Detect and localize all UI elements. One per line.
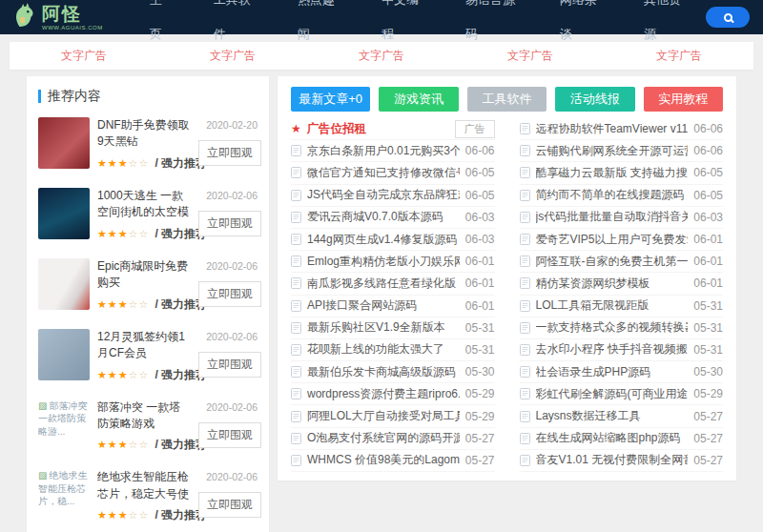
article-title[interactable]: 微信官方通知已支持修改微信号 — [307, 165, 460, 181]
article-row[interactable]: 去水印小程序 快手抖音视频搬运工上热门... 05-31 — [520, 339, 724, 361]
article-title[interactable]: 社会语录生成PHP源码 — [536, 364, 689, 380]
article-row[interactable]: 最新伯乐发卡商城高级版源码 无后门 05-30 — [291, 361, 495, 383]
article-row[interactable]: 精仿某资源网织梦模板 06-01 — [520, 273, 724, 295]
article-row[interactable]: 阿狸LOL大厅自动接受对局工具 05-29 — [291, 405, 495, 427]
article-title[interactable]: 爱讯云商城V0.7.0版本源码 — [307, 209, 460, 225]
nav-menu-item[interactable]: 工具软件 — [192, 0, 276, 51]
article-row[interactable]: API接口聚合网站源码 06-01 — [291, 296, 495, 317]
article-title[interactable]: 音友V1.01 无视付费限制全网音乐无损免费... — [536, 452, 689, 468]
article-row[interactable]: 京东白条新用户0.01元购买3个月爱奇艺黄... 06-06 — [291, 140, 495, 162]
recommended-item[interactable]: 12月灵狐签约领1月CF会员 ★★★☆☆ / 强力推荐 2020-02-06 立… — [38, 320, 258, 391]
article-title[interactable]: 144g网页生成v1.4修复版源码 — [307, 232, 460, 248]
ad-slot-row[interactable]: ★ 广告位招租 广告 — [291, 118, 495, 140]
article-title[interactable]: 阿怪互联-自家的免费主机第一批正式开启 — [536, 254, 689, 270]
article-title[interactable]: 阿狸LOL大厅自动接受对局工具 — [307, 408, 460, 424]
recommended-item[interactable]: DNF助手免费领取9天黑钻 ★★★☆☆ / 强力推荐 2020-02-20 立即… — [38, 109, 258, 179]
text-ad-link[interactable]: 文字广告 — [210, 48, 256, 64]
article-row[interactable]: 阿怪互联-自家的免费主机第一批正式开启 06-01 — [520, 251, 724, 273]
article-row[interactable]: wordpress资源付费主题ripro6.7含美化包... 05-29 — [291, 383, 495, 405]
article-row[interactable]: 一款支持格式众多的视频转换器 05-31 — [520, 317, 724, 339]
article-row[interactable]: 微信官方通知已支持修改微信号 06-05 — [291, 162, 495, 184]
article-row[interactable]: WHMCS 价值98美元的Lagom模板开源 05-27 — [291, 450, 495, 472]
search-button[interactable] — [706, 7, 750, 28]
nav-menu-item[interactable]: 网络杂谈 — [538, 0, 622, 51]
article-row[interactable]: JS代码全自动完成京东品牌狂欢城活动任务 06-05 — [291, 185, 495, 207]
nav-menu-item[interactable]: 热点趣闻 — [276, 0, 360, 51]
item-title[interactable]: 1000天逃生 一款空间街机的太空模拟经营游戏 — [97, 188, 191, 221]
nav-menu-item[interactable]: 中文编程 — [360, 0, 443, 51]
article-row[interactable]: 爱讯云商城V0.7.0版本源码 06-03 — [291, 207, 495, 229]
article-title[interactable]: WHMCS 价值98美元的Lagom模板开源 — [307, 452, 460, 468]
article-row[interactable]: 爱奇艺VIP5以上用户可免费发爱奇艺VIP红包 06-01 — [520, 229, 724, 251]
text-ad-link[interactable]: 文字广告 — [359, 48, 404, 64]
article-title[interactable]: js代码批量批量自动取消抖音关注 — [536, 209, 689, 225]
category-button[interactable]: 实用教程 — [644, 87, 723, 112]
article-row[interactable]: 云铺购代刷网系统全开源可运营程序搭建 06-06 — [520, 140, 724, 162]
view-now-button[interactable]: 立即围观 — [198, 352, 261, 378]
article-title[interactable]: 南瓜影视多线路任意看绿化版 — [307, 276, 460, 292]
view-now-button[interactable]: 立即围观 — [198, 422, 261, 448]
article-row[interactable]: 简约而不简单的在线搜题源码 06-05 — [520, 185, 724, 207]
category-button[interactable]: 游戏资讯 — [379, 87, 458, 112]
article-row[interactable]: Emlog重构精仿老版小刀娱乐网HFoldao模... 06-01 — [291, 251, 495, 273]
item-title[interactable]: 绝地求生智能压枪芯片，稳定大号使用，永久免费 — [97, 469, 191, 502]
article-title[interactable]: Laysns数据迁移工具 — [536, 408, 689, 424]
article-title[interactable]: Emlog重构精仿老版小刀娱乐网HFoldao模... — [307, 254, 460, 270]
article-title[interactable]: JS代码全自动完成京东品牌狂欢城活动任务 — [307, 187, 460, 203]
article-title[interactable]: 彩虹代刷全解源码(可商业用途 防黑) — [536, 386, 689, 402]
article-title[interactable]: 爱奇艺VIP5以上用户可免费发爱奇艺VIP红包 — [536, 232, 689, 248]
article-row[interactable]: 远程协助软件TeamViewer v11 单文件版 06-06 — [520, 118, 724, 140]
article-row[interactable]: js代码批量批量自动取消抖音关注 06-03 — [520, 207, 724, 229]
ad-slot-label[interactable]: 广告位招租 — [307, 121, 449, 137]
item-title[interactable]: 12月灵狐签约领1月CF会员 — [97, 329, 191, 362]
article-row[interactable]: LOL工具箱无限视距版 05-31 — [520, 296, 724, 317]
item-title[interactable]: Epic商城限时免费购买《SUPERHOT》游戏 — [97, 258, 191, 292]
category-button[interactable]: 最新文章+0 — [291, 87, 370, 112]
article-row[interactable]: Laysns数据迁移工具 05-27 — [520, 405, 724, 427]
article-title[interactable]: API接口聚合网站源码 — [307, 297, 460, 314]
nav-menu-item[interactable]: 主页 — [128, 0, 192, 51]
article-title[interactable]: 云铺购代刷网系统全开源可运营程序搭建 — [536, 143, 689, 159]
nav-menu-item[interactable]: 易语言源码 — [443, 0, 538, 51]
category-button[interactable]: 工具软件 — [467, 87, 546, 112]
article-title[interactable]: 远程协助软件TeamViewer v11 单文件版 — [536, 121, 689, 137]
article-row[interactable]: 音友V1.01 无视付费限制全网音乐无损免费... 05-27 — [520, 450, 724, 472]
article-row[interactable]: 社会语录生成PHP源码 05-30 — [520, 361, 724, 383]
article-row[interactable]: 在线生成网站缩略图php源码 05-27 — [520, 428, 724, 450]
article-row[interactable]: 花呗新上线的功能太强大了 05-31 — [291, 339, 495, 361]
article-title[interactable]: 花呗新上线的功能太强大了 — [307, 341, 460, 358]
article-row[interactable]: O泡易支付系统官网的源码开源 05-27 — [291, 428, 495, 450]
article-title[interactable]: wordpress资源付费主题ripro6.7含美化包... — [307, 386, 460, 402]
article-row[interactable]: 南瓜影视多线路任意看绿化版 06-01 — [291, 273, 495, 295]
article-title[interactable]: 酷享磁力云最新版 支持磁力搜索下载和一... — [536, 165, 689, 181]
article-title[interactable]: 去水印小程序 快手抖音视频搬运工上热门... — [536, 341, 689, 358]
item-title[interactable]: 部落冲突 一款塔防策略游戏 — [97, 399, 191, 433]
article-row[interactable]: 最新乐购社区V1.9全新版本 05-31 — [291, 317, 495, 339]
article-title[interactable]: LOL工具箱无限视距版 — [536, 297, 689, 314]
recommended-item[interactable]: 部落冲突 一款塔防策略游戏 ★★★☆☆ / 强力推荐 2020-02-06 立即… — [38, 391, 258, 461]
article-row[interactable]: 酷享磁力云最新版 支持磁力搜索下载和一... 06-05 — [520, 162, 724, 184]
recommended-item[interactable]: 1000天逃生 一款空间街机的太空模拟经营游戏 ★★★☆☆ / 强力推荐 202… — [38, 179, 258, 250]
article-title[interactable]: 在线生成网站缩略图php源码 — [536, 430, 689, 446]
recommended-item[interactable]: 绝地求生智能压枪芯片，稳定大号使用，永久免费 ★★★☆☆ / 强力推荐 2020… — [38, 460, 258, 531]
article-title[interactable]: O泡易支付系统官网的源码开源 — [307, 430, 460, 446]
article-title[interactable]: 最新伯乐发卡商城高级版源码 无后门 — [307, 364, 460, 380]
article-row[interactable]: 144g网页生成v1.4修复版源码 06-03 — [291, 229, 495, 251]
article-title[interactable]: 简约而不简单的在线搜题源码 — [536, 187, 689, 203]
view-now-button[interactable]: 立即围观 — [198, 140, 261, 166]
view-now-button[interactable]: 立即围观 — [198, 492, 261, 518]
article-title[interactable]: 最新乐购社区V1.9全新版本 — [307, 319, 460, 336]
article-row[interactable]: 彩虹代刷全解源码(可商业用途 防黑) 05-29 — [520, 383, 724, 405]
category-button[interactable]: 活动线报 — [555, 87, 634, 112]
item-title[interactable]: DNF助手免费领取9天黑钻 — [97, 117, 191, 151]
article-title[interactable]: 精仿某资源网织梦模板 — [536, 276, 689, 292]
article-title[interactable]: 一款支持格式众多的视频转换器 — [536, 319, 689, 336]
text-ad-link[interactable]: 文字广告 — [507, 48, 553, 64]
view-now-button[interactable]: 立即围观 — [198, 281, 261, 307]
site-logo[interactable]: 阿怪 WWW.AGUAIS.COM — [13, 2, 103, 32]
recommended-item[interactable]: Epic商城限时免费购买《SUPERHOT》游戏 ★★★☆☆ / 强力推荐 20… — [38, 250, 258, 320]
nav-menu-item[interactable]: 其他资源 — [622, 0, 706, 51]
text-ad-link[interactable]: 文字广告 — [61, 48, 107, 64]
article-title[interactable]: 京东白条新用户0.01元购买3个月爱奇艺黄... — [307, 143, 460, 159]
view-now-button[interactable]: 立即围观 — [198, 211, 261, 236]
